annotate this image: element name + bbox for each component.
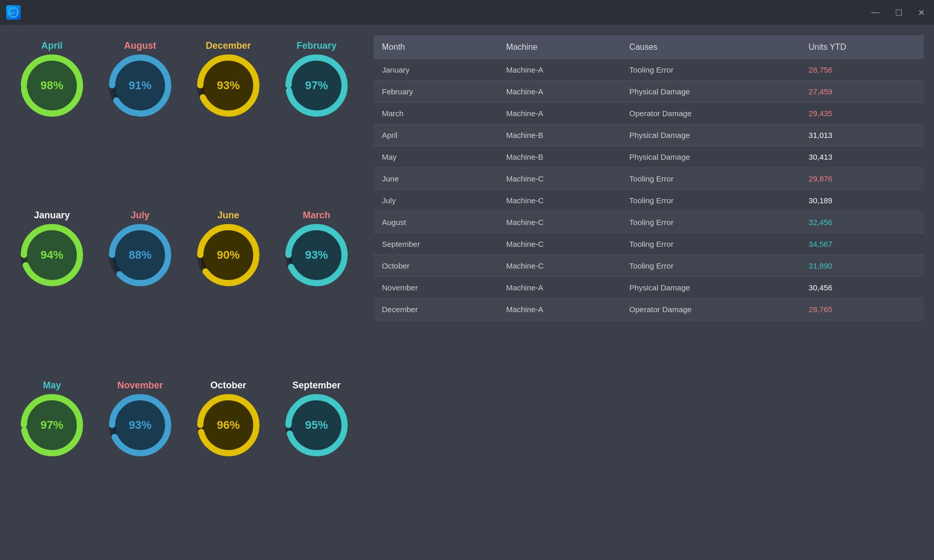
table-row: JuneMachine-CTooling Error29,876 [374,168,924,190]
table-row: FebruaryMachine-APhysical Damage27,459 [374,81,924,103]
main-content: April98%August91%December93%February97%J… [0,25,934,560]
donut-december: 93% [197,54,259,117]
donut-value-september: 95% [305,418,328,432]
app-icon: NET [6,5,21,20]
close-button[interactable]: ✕ [915,7,928,19]
donut-june: 90% [197,224,259,286]
cell-machine: Machine-A [498,277,621,299]
chart-label-june: June [217,210,239,221]
chart-april: April98% [10,40,93,205]
cell-machine: Machine-C [498,168,621,190]
donut-value-may: 97% [40,418,63,432]
donut-september: 95% [285,394,348,456]
donut-value-june: 90% [217,248,240,262]
cell-month: August [374,212,498,233]
cell-month: April [374,124,498,146]
cell-cause: Tooling Error [621,233,800,255]
cell-cause: Physical Damage [621,277,800,299]
cell-machine: Machine-B [498,146,621,168]
cell-cause: Tooling Error [621,59,800,81]
titlebar-left: NET [6,5,26,20]
cell-month: January [374,59,498,81]
cell-units: 31,890 [800,255,924,277]
chart-september: September95% [275,380,358,544]
chart-february: February97% [275,40,358,205]
cell-machine: Machine-B [498,124,621,146]
donut-february: 97% [285,54,348,117]
table-row: JulyMachine-CTooling Error30,189 [374,190,924,212]
donut-value-august: 91% [129,79,152,92]
cell-units: 27,459 [800,81,924,103]
donut-may: 97% [21,394,83,456]
table-row: OctoberMachine-CTooling Error31,890 [374,255,924,277]
table-row: DecemberMachine-AOperator Damage28,765 [374,299,924,320]
table-row: JanuaryMachine-ATooling Error28,756 [374,59,924,81]
chart-label-march: March [303,210,330,221]
cell-units: 30,456 [800,277,924,299]
cell-month: March [374,103,498,124]
cell-machine: Machine-A [498,81,621,103]
chart-label-august: August [124,40,156,51]
cell-units: 32,456 [800,212,924,233]
donut-value-april: 98% [40,79,63,92]
chart-may: May97% [10,380,93,544]
maximize-button[interactable]: ☐ [892,7,905,19]
chart-label-april: April [41,40,62,51]
cell-machine: Machine-A [498,59,621,81]
chart-december: December93% [187,40,270,205]
cell-machine: Machine-C [498,233,621,255]
table-row: AprilMachine-BPhysical Damage31,013 [374,124,924,146]
donut-november: 93% [109,394,171,456]
cell-machine: Machine-C [498,212,621,233]
chart-label-october: October [210,380,246,391]
table-panel: Month Machine Causes Units YTD JanuaryMa… [368,25,934,560]
titlebar: NET — ☐ ✕ [0,0,934,25]
table-row: SeptemberMachine-CTooling Error34,567 [374,233,924,255]
cell-cause: Operator Damage [621,299,800,320]
cell-cause: Operator Damage [621,103,800,124]
window-controls[interactable]: — ☐ ✕ [868,7,928,19]
donut-march: 93% [285,224,348,286]
donut-october: 96% [197,394,259,456]
donut-july: 88% [109,224,171,286]
cell-month: June [374,168,498,190]
chart-label-july: July [131,210,149,221]
cell-units: 30,413 [800,146,924,168]
cell-month: November [374,277,498,299]
cell-month: February [374,81,498,103]
cell-units: 28,756 [800,59,924,81]
minimize-button[interactable]: — [868,7,883,19]
chart-july: July88% [99,210,182,374]
chart-august: August91% [99,40,182,205]
donut-value-october: 96% [217,418,240,432]
donut-august: 91% [109,54,171,117]
data-table: Month Machine Causes Units YTD JanuaryMa… [374,35,924,320]
cell-month: May [374,146,498,168]
donut-april: 98% [21,54,83,117]
cell-cause: Physical Damage [621,124,800,146]
cell-month: October [374,255,498,277]
cell-machine: Machine-C [498,255,621,277]
donut-value-july: 88% [129,248,152,262]
cell-cause: Tooling Error [621,255,800,277]
cell-machine: Machine-A [498,103,621,124]
cell-machine: Machine-A [498,299,621,320]
donut-value-november: 93% [129,418,152,432]
donut-value-march: 93% [305,248,328,262]
chart-january: January94% [10,210,93,374]
chart-november: November93% [99,380,182,544]
col-month: Month [374,35,498,59]
cell-month: September [374,233,498,255]
chart-label-november: November [117,380,163,391]
charts-panel: April98%August91%December93%February97%J… [0,25,368,560]
cell-cause: Tooling Error [621,212,800,233]
cell-cause: Physical Damage [621,146,800,168]
cell-month: July [374,190,498,212]
donut-value-december: 93% [217,79,240,92]
chart-label-september: September [292,380,340,391]
cell-units: 29,876 [800,168,924,190]
chart-june: June90% [187,210,270,374]
cell-machine: Machine-C [498,190,621,212]
chart-label-december: December [205,40,251,51]
svg-text:NET: NET [9,11,18,16]
